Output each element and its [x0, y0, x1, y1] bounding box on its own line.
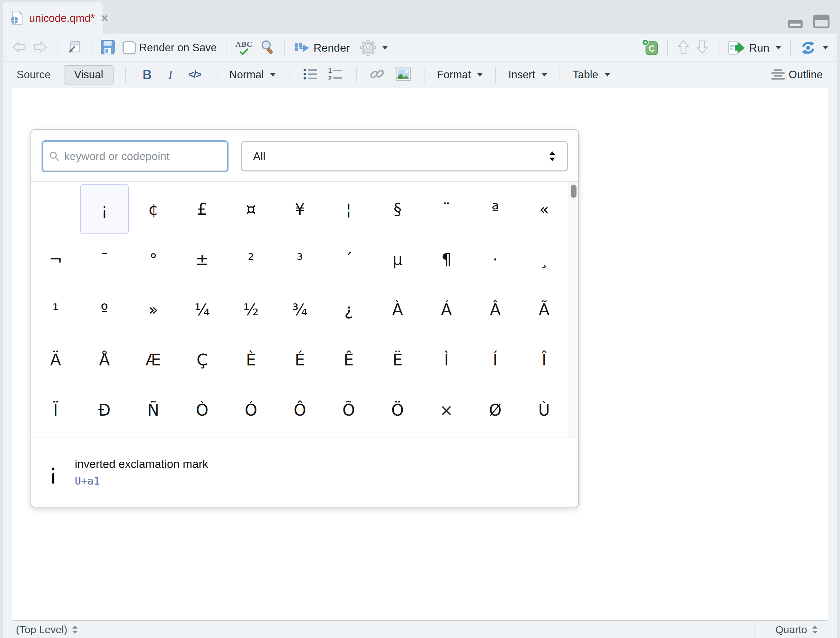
- outline-toggle[interactable]: Outline: [771, 69, 823, 81]
- tab-close-icon[interactable]: ×: [101, 12, 108, 25]
- search-box[interactable]: [41, 140, 229, 172]
- paragraph-style-dropdown[interactable]: Normal: [229, 69, 276, 81]
- italic-button[interactable]: I: [168, 68, 172, 82]
- category-select[interactable]: All: [241, 141, 568, 171]
- table-menu[interactable]: Table: [573, 69, 610, 81]
- open-in-window-icon[interactable]: [66, 39, 82, 56]
- source-pane: Render on Save ABC Render: [3, 34, 837, 638]
- bold-button[interactable]: B: [143, 68, 152, 82]
- char-cell[interactable]: É: [275, 335, 324, 385]
- format-toolbar: Source Visual B I </> Normal 1 2: [3, 61, 837, 88]
- char-cell[interactable]: ª: [471, 184, 520, 234]
- char-cell[interactable]: Ñ: [129, 385, 178, 435]
- char-cell[interactable]: µ: [373, 234, 422, 284]
- render-button[interactable]: Render: [294, 41, 350, 55]
- char-cell[interactable]: ¾: [275, 284, 324, 335]
- char-cell[interactable]: ¼: [178, 284, 226, 335]
- char-cell[interactable]: Ò: [178, 385, 226, 435]
- char-cell[interactable]: Ì: [422, 335, 471, 385]
- scrollbar[interactable]: [568, 182, 578, 437]
- char-cell[interactable]: ¥: [275, 184, 324, 234]
- char-cell[interactable]: °: [129, 234, 178, 284]
- char-cell[interactable]: Ï: [31, 385, 80, 435]
- char-cell[interactable]: ¹: [31, 284, 80, 335]
- checkbox-unchecked-icon[interactable]: [123, 41, 136, 54]
- code-button[interactable]: </>: [188, 69, 201, 81]
- char-cell[interactable]: Á: [422, 284, 471, 335]
- char-cell[interactable]: Ø: [471, 385, 520, 435]
- char-cell[interactable]: Õ: [324, 385, 373, 435]
- mode-selector[interactable]: Quarto: [754, 621, 828, 638]
- char-cell[interactable]: ¤: [226, 184, 275, 234]
- char-cell[interactable]: ³: [275, 234, 324, 284]
- char-cell[interactable]: ¢: [129, 184, 178, 234]
- link-icon[interactable]: [369, 67, 385, 83]
- minimize-icon[interactable]: [787, 19, 803, 30]
- char-cell[interactable]: [31, 184, 80, 234]
- char-cell[interactable]: Å: [80, 335, 129, 385]
- save-icon[interactable]: [100, 39, 115, 56]
- char-cell[interactable]: Í: [471, 335, 520, 385]
- char-cell[interactable]: §: [373, 184, 422, 234]
- find-icon[interactable]: [261, 39, 275, 56]
- char-cell[interactable]: ¬: [31, 234, 80, 284]
- char-cell[interactable]: À: [373, 284, 422, 335]
- char-cell[interactable]: ²: [226, 234, 275, 284]
- char-cell[interactable]: Ê: [324, 335, 373, 385]
- jump-previous-icon[interactable]: [677, 39, 690, 56]
- image-icon[interactable]: [395, 67, 411, 82]
- scrollbar-thumb[interactable]: [571, 185, 576, 198]
- char-cell[interactable]: ¸: [520, 234, 568, 284]
- insert-menu[interactable]: Insert: [508, 69, 547, 81]
- char-cell[interactable]: Ö: [373, 385, 422, 435]
- char-cell[interactable]: ´: [324, 234, 373, 284]
- document-tab[interactable]: unicode.qmd* ×: [3, 2, 103, 34]
- char-cell[interactable]: Ó: [226, 385, 275, 435]
- char-cell[interactable]: Â: [471, 284, 520, 335]
- char-cell[interactable]: ¶: [422, 234, 471, 284]
- char-cell[interactable]: Ð: [80, 385, 129, 435]
- char-cell[interactable]: Æ: [129, 335, 178, 385]
- format-menu[interactable]: Format: [437, 69, 483, 81]
- char-cell[interactable]: Ä: [31, 335, 80, 385]
- editor-canvas[interactable]: All ¡¢£¤¥¦§¨ª«¬¯°±²³´µ¶·¸¹º»¼½¾¿ÀÁÂÃÄÅÆÇ…: [12, 88, 828, 620]
- render-on-save-toggle[interactable]: Render on Save: [123, 41, 217, 54]
- bullet-list-icon[interactable]: [303, 67, 319, 82]
- numbered-list-icon[interactable]: 1 2: [328, 67, 343, 82]
- char-cell[interactable]: ¿: [324, 284, 373, 335]
- jump-next-icon[interactable]: [696, 39, 709, 56]
- tab-visual[interactable]: Visual: [64, 65, 114, 85]
- char-cell[interactable]: ¯: [80, 234, 129, 284]
- back-icon[interactable]: [12, 40, 27, 55]
- char-cell[interactable]: ½: [226, 284, 275, 335]
- search-input[interactable]: [64, 150, 221, 163]
- render-on-save-label: Render on Save: [139, 41, 217, 54]
- scope-label: (Top Level): [16, 624, 67, 636]
- char-cell[interactable]: È: [226, 335, 275, 385]
- spellcheck-button[interactable]: ABC: [235, 41, 253, 55]
- maximize-icon[interactable]: [813, 14, 830, 30]
- char-cell[interactable]: Ù: [520, 385, 568, 435]
- scope-selector[interactable]: (Top Level): [12, 624, 78, 636]
- insert-chunk-icon[interactable]: C: [642, 39, 658, 57]
- char-cell[interactable]: Î: [520, 335, 568, 385]
- char-cell[interactable]: ¨: [422, 184, 471, 234]
- run-button[interactable]: Run: [728, 40, 781, 55]
- char-cell[interactable]: ±: [178, 234, 226, 284]
- char-cell[interactable]: Ã: [520, 284, 568, 335]
- forward-icon[interactable]: [33, 40, 48, 55]
- char-cell[interactable]: Ô: [275, 385, 324, 435]
- char-cell[interactable]: ¡: [80, 184, 129, 234]
- char-cell[interactable]: Ë: [373, 335, 422, 385]
- char-cell[interactable]: »: [129, 284, 178, 335]
- render-options-button[interactable]: [360, 40, 388, 56]
- char-cell[interactable]: ·: [471, 234, 520, 284]
- tab-source[interactable]: Source: [17, 69, 51, 81]
- char-cell[interactable]: ×: [422, 385, 471, 435]
- char-cell[interactable]: £: [178, 184, 226, 234]
- char-cell[interactable]: «: [520, 184, 568, 234]
- rerun-button[interactable]: [800, 41, 828, 55]
- char-cell[interactable]: º: [80, 284, 129, 335]
- char-cell[interactable]: Ç: [178, 335, 226, 385]
- char-cell[interactable]: ¦: [324, 184, 373, 234]
